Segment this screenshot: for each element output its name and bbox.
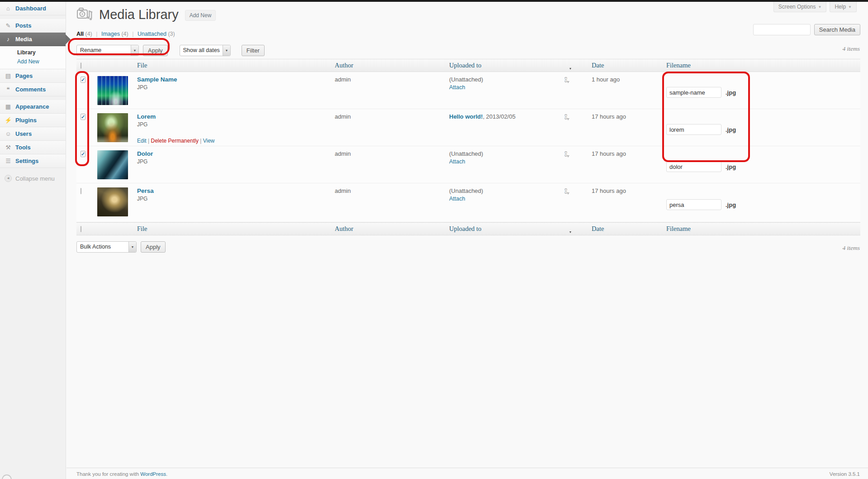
- media-thumbnail[interactable]: [97, 150, 128, 179]
- sidebar-item-media[interactable]: ♪ Media: [0, 33, 66, 46]
- sidebar-item-pages[interactable]: ▤ Pages: [0, 69, 66, 83]
- dashboard-icon: ⌂: [5, 5, 12, 12]
- media-thumbnail[interactable]: [97, 187, 128, 216]
- sidebar-item-settings[interactable]: ☰ Settings: [0, 154, 66, 168]
- posts-icon: ✎: [5, 22, 12, 29]
- sidebar-item-label: Media: [15, 36, 32, 43]
- sidebar-item-label: Posts: [15, 22, 31, 29]
- column-header-author[interactable]: Author: [332, 62, 446, 69]
- delete-permanently-link[interactable]: Delete Permanently: [151, 138, 199, 144]
- media-filter-links: All (4) | Images (4) | Unattached (3): [76, 31, 175, 37]
- search-media-button[interactable]: Search Media: [814, 24, 860, 35]
- row-checkbox[interactable]: ✓: [81, 77, 85, 83]
- filter-by-date-select[interactable]: Show all dates ▼: [180, 45, 231, 56]
- row-checkbox[interactable]: [81, 188, 81, 194]
- attach-link[interactable]: Attach: [449, 84, 559, 91]
- bulk-action-select-bottom[interactable]: Bulk Actions ▼: [76, 241, 137, 253]
- admin-bar: [0, 0, 868, 2]
- version-label: Version 3.5.1: [830, 471, 860, 477]
- date-filter-selected-value: Show all dates: [180, 45, 223, 56]
- wordpress-link[interactable]: WordPress: [140, 471, 166, 477]
- sidebar-item-appearance[interactable]: ▦ Appearance: [0, 100, 66, 114]
- sidebar-item-label: Dashboard: [15, 5, 46, 12]
- apply-button-top[interactable]: Apply: [143, 45, 168, 56]
- media-thumbnail[interactable]: [97, 76, 128, 105]
- author-cell[interactable]: admin: [332, 72, 446, 109]
- sidebar-item-posts[interactable]: ✎ Posts: [0, 19, 66, 33]
- select-all-checkbox-top[interactable]: [81, 62, 81, 69]
- filter-all-link[interactable]: All: [76, 31, 84, 37]
- uploaded-to-status: (Unattached): [449, 187, 483, 194]
- column-footer-date[interactable]: Date: [589, 225, 664, 233]
- media-icon: ♪: [5, 36, 12, 43]
- filename-input[interactable]: [666, 199, 721, 210]
- column-header-uploaded-to[interactable]: Uploaded to: [446, 62, 562, 69]
- date-cell: 17 hours ago: [589, 109, 664, 146]
- search-media-input[interactable]: [753, 24, 811, 35]
- filter-button[interactable]: Filter: [242, 45, 265, 56]
- screen-options-tab[interactable]: Screen Options ▼: [773, 2, 827, 12]
- uploaded-to-post-link[interactable]: Hello world!: [449, 113, 483, 120]
- collapse-arrow-icon: ◄: [5, 175, 12, 182]
- column-footer-file[interactable]: File: [134, 225, 332, 233]
- sidebar-item-plugins[interactable]: ⚡ Plugins: [0, 114, 66, 127]
- page-title: Media Library: [99, 7, 179, 22]
- uploaded-to-status: (Unattached): [449, 76, 483, 83]
- settings-icon: ☰: [5, 158, 12, 164]
- help-tab[interactable]: Help ▼: [830, 2, 857, 12]
- sidebar-item-label: Tools: [15, 144, 31, 151]
- apply-button-bottom[interactable]: Apply: [141, 241, 166, 253]
- column-header-date[interactable]: Date: [589, 62, 664, 69]
- filter-images-link[interactable]: Images: [101, 31, 120, 37]
- edit-link[interactable]: Edit: [137, 138, 147, 144]
- media-title-link[interactable]: Dolor: [137, 150, 153, 157]
- file-type-label: JPG: [137, 158, 329, 165]
- select-all-checkbox-bottom[interactable]: [81, 226, 81, 232]
- attach-link[interactable]: Attach: [449, 158, 559, 165]
- column-header-file[interactable]: File: [134, 62, 332, 69]
- author-cell[interactable]: admin: [332, 183, 446, 222]
- filter-unattached-link[interactable]: Unattached: [138, 31, 166, 37]
- sidebar-item-label: Appearance: [15, 103, 49, 110]
- column-header-filename[interactable]: Filename: [664, 62, 860, 69]
- sidebar-item-dashboard[interactable]: ⌂ Dashboard: [0, 2, 66, 15]
- media-title-link[interactable]: Lorem: [137, 113, 156, 120]
- appearance-icon: ▦: [5, 103, 12, 110]
- row-checkbox[interactable]: ✓: [81, 114, 85, 120]
- collapse-menu-button[interactable]: ◄ Collapse menu: [0, 172, 66, 185]
- table-header-row: File Author Uploaded to Date Filename: [76, 59, 860, 72]
- comment-count-bubble[interactable]: 0: [564, 188, 567, 194]
- sidebar-item-tools[interactable]: ⚒ Tools: [0, 141, 66, 154]
- date-cell: 17 hours ago: [589, 183, 664, 222]
- items-count-bottom: 4 items: [842, 244, 860, 252]
- column-footer-author[interactable]: Author: [332, 225, 446, 233]
- submenu-item-add-new[interactable]: Add New: [0, 57, 66, 66]
- row-checkbox[interactable]: ✓: [81, 151, 85, 157]
- submenu-item-library[interactable]: Library: [0, 48, 66, 57]
- author-cell[interactable]: admin: [332, 109, 446, 146]
- bulk-action-select[interactable]: Rename ▼: [76, 45, 139, 56]
- action-separator: |: [200, 138, 201, 144]
- author-cell[interactable]: admin: [332, 146, 446, 183]
- plugins-icon: ⚡: [5, 117, 12, 124]
- media-thumbnail[interactable]: [97, 113, 128, 142]
- comment-count-bubble[interactable]: 0: [564, 151, 567, 157]
- sidebar-item-users[interactable]: ☺ Users: [0, 127, 66, 141]
- tools-icon: ⚒: [5, 144, 12, 151]
- media-title-link[interactable]: Persa: [137, 187, 154, 194]
- filename-input[interactable]: [666, 124, 721, 135]
- column-footer-filename[interactable]: Filename: [664, 225, 860, 233]
- filename-input[interactable]: [666, 87, 721, 98]
- view-link[interactable]: View: [203, 138, 215, 144]
- filename-input[interactable]: [666, 161, 721, 172]
- column-footer-uploaded-to[interactable]: Uploaded to: [446, 225, 562, 233]
- date-cell: 17 hours ago: [589, 146, 664, 183]
- comment-count-bubble[interactable]: 0: [564, 77, 567, 82]
- attach-link[interactable]: Attach: [449, 196, 559, 202]
- add-new-button[interactable]: Add New: [185, 10, 216, 21]
- sidebar-item-comments[interactable]: ❝ Comments: [0, 83, 66, 96]
- comment-count-bubble[interactable]: 0: [564, 114, 567, 120]
- date-cell: 1 hour ago: [589, 72, 664, 109]
- filter-separator: |: [96, 31, 97, 37]
- media-title-link[interactable]: Sample Name: [137, 76, 177, 83]
